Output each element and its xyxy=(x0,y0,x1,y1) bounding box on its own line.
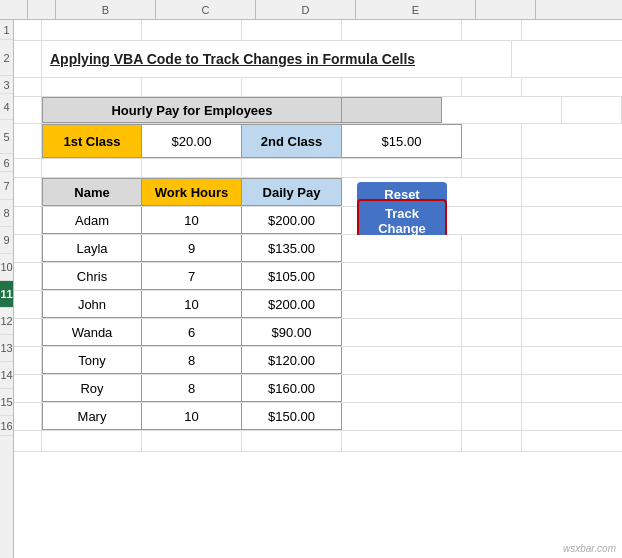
cell-pay-1: $135.00 xyxy=(242,235,342,262)
cell-8a xyxy=(14,207,42,234)
cell-6f xyxy=(462,159,522,177)
cell-16b xyxy=(42,431,142,451)
cell-4a xyxy=(14,97,42,123)
cell-8f xyxy=(462,207,522,234)
cell-pay-0: $200.00 xyxy=(242,207,342,234)
row-num-9: 9 xyxy=(0,227,13,254)
col-header-f xyxy=(476,0,536,19)
cell-hours-4: 6 xyxy=(142,319,242,346)
col-header-e: E xyxy=(356,0,476,19)
cell-6b xyxy=(42,159,142,177)
cell-name-6: Roy xyxy=(42,375,142,402)
table-row: Tony 8 $120.00 xyxy=(14,347,622,375)
cell-hours-0: 10 xyxy=(142,207,242,234)
grid-row-1 xyxy=(14,20,622,41)
row-num-14: 14 xyxy=(0,362,13,389)
table-row: Adam 10 $200.00 Track Change xyxy=(14,207,622,235)
table-row: Chris 7 $105.00 xyxy=(14,263,622,291)
row-num-13: 13 xyxy=(0,335,13,362)
cell-pay-4: $90.00 xyxy=(242,319,342,346)
row-num-1: 1 xyxy=(0,20,13,40)
cell-4f xyxy=(562,97,622,123)
col-workhours-header: Work Hours xyxy=(142,178,242,206)
class2-label: 2nd Class xyxy=(242,124,342,158)
cell-hours-2: 7 xyxy=(142,263,242,290)
cell-6c xyxy=(142,159,242,177)
grid-row-5: 1st Class $20.00 2nd Class $15.00 xyxy=(14,124,622,159)
cell-name-2: Chris xyxy=(42,263,142,290)
watermark: wsxbar.com xyxy=(563,543,616,554)
cell-6e xyxy=(342,159,462,177)
cell-16f xyxy=(462,431,522,451)
cell-1d xyxy=(242,20,342,40)
cell-15e xyxy=(342,403,462,430)
row-num-6: 6 xyxy=(0,154,13,172)
cell-16c xyxy=(142,431,242,451)
cell-12f xyxy=(462,319,522,346)
cell-16e xyxy=(342,431,462,451)
cell-1c xyxy=(142,20,242,40)
cell-2f xyxy=(452,41,512,77)
col-dailypay-header: Daily Pay xyxy=(242,178,342,206)
cell-9e xyxy=(342,235,462,262)
cell-16a xyxy=(14,431,42,451)
row-num-7: 7 xyxy=(0,172,13,200)
cell-13a xyxy=(14,347,42,374)
col-header-c: C xyxy=(156,0,256,19)
cell-name-1: Layla xyxy=(42,235,142,262)
spreadsheet-title: Applying VBA Code to Track Changes in Fo… xyxy=(42,41,452,77)
cell-3c xyxy=(142,78,242,96)
cell-3b xyxy=(42,78,142,96)
row-num-2: 2 xyxy=(0,40,13,76)
cell-1e xyxy=(342,20,462,40)
cell-13e xyxy=(342,347,462,374)
cell-6d xyxy=(242,159,342,177)
grid-content: Applying VBA Code to Track Changes in Fo… xyxy=(14,20,622,558)
cell-3e xyxy=(342,78,462,96)
cell-hours-1: 9 xyxy=(142,235,242,262)
cell-1b xyxy=(42,20,142,40)
cell-9f xyxy=(462,235,522,262)
cell-name-0: Adam xyxy=(42,207,142,234)
cell-name-7: Mary xyxy=(42,403,142,430)
cell-hours-7: 10 xyxy=(142,403,242,430)
grid-row-7: Name Work Hours Daily Pay Reset xyxy=(14,178,622,207)
cell-pay-2: $105.00 xyxy=(242,263,342,290)
col-header-b: B xyxy=(56,0,156,19)
row-numbers: 1 2 3 4 5 6 7 8 9 10 11 12 13 14 15 16 xyxy=(0,20,14,558)
grid-row-16 xyxy=(14,431,622,452)
cell-hours-3: 10 xyxy=(142,291,242,318)
col-header-a xyxy=(28,0,56,19)
cell-14a xyxy=(14,375,42,402)
class1-value: $20.00 xyxy=(142,124,242,158)
cell-11a xyxy=(14,291,42,318)
row-num-16: 16 xyxy=(0,416,13,436)
grid-body: 1 2 3 4 5 6 7 8 9 10 11 12 13 14 15 16 xyxy=(0,20,622,558)
row-num-11: 11 xyxy=(0,281,13,308)
cell-1f xyxy=(462,20,522,40)
row-num-8: 8 xyxy=(0,200,13,227)
cell-1a xyxy=(14,20,42,40)
cell-3f xyxy=(462,78,522,96)
table-row: Mary 10 $150.00 xyxy=(14,403,622,431)
cell-3a xyxy=(14,78,42,96)
cell-5f xyxy=(462,124,522,158)
cell-14e xyxy=(342,375,462,402)
class2-value: $15.00 xyxy=(342,124,462,158)
col-name-header: Name xyxy=(42,178,142,206)
cell-5a xyxy=(14,124,42,158)
col-header-d: D xyxy=(256,0,356,19)
pay-table-header: Hourly Pay for Employees xyxy=(42,97,342,123)
cell-10f xyxy=(462,263,522,290)
cell-9a xyxy=(14,235,42,262)
table-row: Wanda 6 $90.00 xyxy=(14,319,622,347)
grid-row-2: Applying VBA Code to Track Changes in Fo… xyxy=(14,41,622,78)
cell-10a xyxy=(14,263,42,290)
spreadsheet: B C D E 1 2 3 4 5 6 7 8 9 10 11 12 13 14… xyxy=(0,0,622,558)
cell-11e xyxy=(342,291,462,318)
row-num-15: 15 xyxy=(0,389,13,416)
cell-10e xyxy=(342,263,462,290)
cell-13f xyxy=(462,347,522,374)
grid-row-3 xyxy=(14,78,622,97)
grid-row-4: Hourly Pay for Employees xyxy=(14,97,622,124)
